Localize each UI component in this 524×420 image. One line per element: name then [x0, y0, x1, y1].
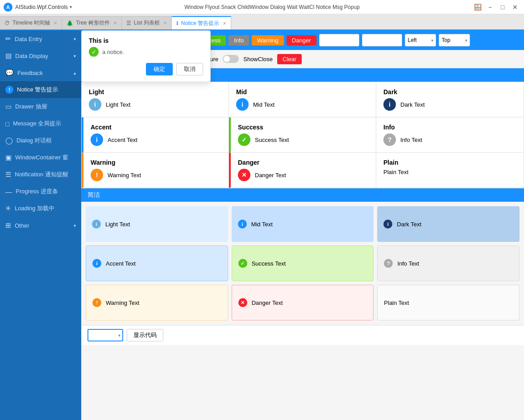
toolbar-text-input1[interactable]	[319, 34, 359, 46]
sidebar-item-other-label: Other	[15, 222, 70, 229]
notice-card-accent-title: Accent	[91, 124, 221, 131]
sidebar-item-progress-label: Progress 进度条	[16, 187, 76, 195]
close-button[interactable]: ✕	[510, 2, 520, 12]
code-style-select-wrapper: ▾	[87, 329, 123, 341]
sidebar-item-data-entry-label: Data Entry	[15, 36, 70, 42]
tab-tree-icon: 🌲	[67, 20, 73, 26]
tab-timeline-close[interactable]: ✕	[54, 21, 57, 25]
simple-section-header: 简洁	[81, 188, 524, 202]
simple-card-danger: ✕ Danger Text	[232, 285, 374, 320]
app-name: AIStudio.Wpf.Controls	[15, 4, 68, 10]
simple-success-text: Success Text	[252, 260, 286, 267]
sidebar: ✏ Data Entry ▾ ▤ Data Display ▾ 💬 Feedba…	[0, 30, 81, 420]
notice-danger-text: Danger Text	[255, 172, 286, 179]
sidebar-item-other[interactable]: ⊞ Other ▾	[0, 217, 81, 234]
sidebar-item-dialog[interactable]: ◯ Dialog 对话框	[0, 132, 81, 149]
window-icon-button[interactable]: 🪟	[472, 2, 483, 12]
app-logo: A	[4, 3, 12, 12]
position-select[interactable]: TopBottomLeftRight	[439, 34, 470, 46]
simple-mid-text: Mid Text	[251, 221, 273, 228]
data-display-icon: ▤	[5, 52, 12, 60]
maximize-button[interactable]: □	[497, 2, 508, 12]
sidebar-item-message[interactable]: □ Message 全局提示	[0, 115, 81, 132]
sidebar-item-notification[interactable]: ☰ Notification 通知提醒	[0, 166, 81, 183]
simple-plain-text: Plain Text	[384, 299, 409, 306]
tab-timeline-icon: ⏱	[4, 20, 10, 26]
code-style-select[interactable]	[87, 329, 123, 341]
notice-card-success: Success ✓ Success Text	[229, 117, 376, 153]
tab-list-label: List 列表框	[134, 19, 160, 27]
tab-tree-close[interactable]: ✕	[113, 21, 117, 25]
notice-warning-text: Warning Text	[108, 172, 141, 179]
simple-grid: i Light Text i Mid Text i Dark Text i Ac…	[81, 202, 524, 325]
notice-plain-text: Plain Text	[383, 169, 408, 175]
popup-cancel-button[interactable]: 取消	[176, 63, 203, 75]
tab-list-close[interactable]: ✕	[163, 21, 167, 25]
sidebar-item-window-container[interactable]: ▣ WindowContainer 窗	[0, 149, 81, 166]
notice-card-info: Info ? Info Text	[376, 117, 524, 153]
popup-notice-buttons: 确定 取消	[89, 63, 203, 75]
type-info2-button[interactable]: Info	[229, 35, 249, 46]
show-close-label: ShowClose	[243, 56, 273, 62]
tab-timeline-label: Timeline 时间轴	[12, 19, 50, 27]
simple-warning-text: Warning Text	[106, 299, 139, 306]
other-icon: ⊞	[5, 221, 11, 229]
simple-light-text: Light Text	[105, 221, 130, 228]
toolbar-text-input2[interactable]	[362, 34, 402, 46]
notice-card-dark-title: Dark	[383, 88, 516, 96]
show-sure-toggle[interactable]	[223, 55, 239, 63]
tab-notice-icon: ℹ	[176, 20, 179, 26]
sidebar-item-feedback[interactable]: 💬 Feedback ▴	[0, 64, 81, 81]
type-warning-button[interactable]: Warning	[252, 35, 284, 46]
popup-notice-title: This is	[89, 37, 203, 44]
show-code-button[interactable]: 显示代码	[127, 329, 163, 341]
bottom-bar: ▾ 显示代码	[81, 325, 524, 345]
tab-notice[interactable]: ℹ Notice 警告提示 ✕	[172, 16, 231, 29]
simple-accent-icon: i	[92, 259, 101, 268]
sidebar-item-data-display-label: Data Display	[15, 53, 70, 59]
title-bar: A AIStudio.Wpf.Controls ▾ Window Flyout …	[0, 0, 524, 14]
minimize-button[interactable]: −	[485, 2, 495, 12]
notice-card-plain-content: Plain Text	[383, 169, 516, 175]
type-danger-button[interactable]: Danger	[287, 35, 316, 46]
simple-danger-icon: ✕	[238, 298, 247, 307]
notice-card-danger: Danger ✕ Danger Text	[229, 153, 376, 188]
popup-check-icon: ✓	[89, 47, 99, 57]
tab-list-icon: ☰	[126, 20, 131, 26]
sidebar-item-data-entry[interactable]: ✏ Data Entry ▾	[0, 30, 81, 47]
align-select[interactable]: LeftCenterRight	[405, 34, 436, 46]
simple-danger-text: Danger Text	[252, 299, 283, 306]
sidebar-item-notice[interactable]: ! Notice 警告提示	[0, 81, 81, 98]
simple-card-info: ? Info Text	[377, 245, 520, 281]
sidebar-item-message-label: Message 全局提示	[13, 120, 76, 128]
sidebar-item-feedback-label: Feedback	[17, 70, 70, 76]
sidebar-item-drawer[interactable]: ▭ Drawer 抽屉	[0, 98, 81, 115]
tab-notice-close[interactable]: ✕	[223, 21, 226, 26]
sidebar-item-data-display[interactable]: ▤ Data Display ▾	[0, 47, 81, 64]
popup-confirm-button[interactable]: 确定	[146, 63, 173, 75]
tab-timeline[interactable]: ⏱ Timeline 时间轴 ✕	[0, 16, 62, 29]
notice-card-plain: Plain Plain Text	[376, 153, 524, 188]
notice-info-text: Info Text	[400, 137, 422, 143]
simple-accent-text: Accent Text	[106, 260, 136, 267]
clear-button[interactable]: Clear	[277, 54, 302, 64]
simple-light-icon: i	[92, 220, 101, 229]
sidebar-item-loading[interactable]: ✳ Loading 加载中	[0, 200, 81, 217]
position-select-wrapper: TopBottomLeftRight ▾	[439, 34, 470, 46]
notice-card-mid: Mid i Mid Text	[229, 82, 376, 117]
notice-card-mid-title: Mid	[236, 88, 369, 96]
tab-tree-label: Tree 树形控件	[76, 19, 110, 27]
sidebar-item-progress[interactable]: — Progress 进度条	[0, 183, 81, 200]
window-container-icon: ▣	[5, 154, 12, 162]
notice-card-info-title: Info	[383, 124, 516, 131]
main-layout: ✏ Data Entry ▾ ▤ Data Display ▾ 💬 Feedba…	[0, 30, 524, 420]
simple-card-plain: Plain Text	[377, 285, 520, 320]
notice-card-accent: Accent i Accent Text	[82, 117, 229, 153]
simple-card-warning: ! Warning Text	[86, 285, 228, 320]
tab-tree[interactable]: 🌲 Tree 树形控件 ✕	[62, 16, 122, 29]
simple-mid-icon: i	[238, 220, 247, 229]
progress-icon: —	[5, 188, 12, 195]
notice-danger-icon: ✕	[238, 169, 250, 181]
tab-list[interactable]: ☰ List 列表框 ✕	[122, 16, 172, 29]
notice-card-danger-content: ✕ Danger Text	[238, 169, 369, 181]
